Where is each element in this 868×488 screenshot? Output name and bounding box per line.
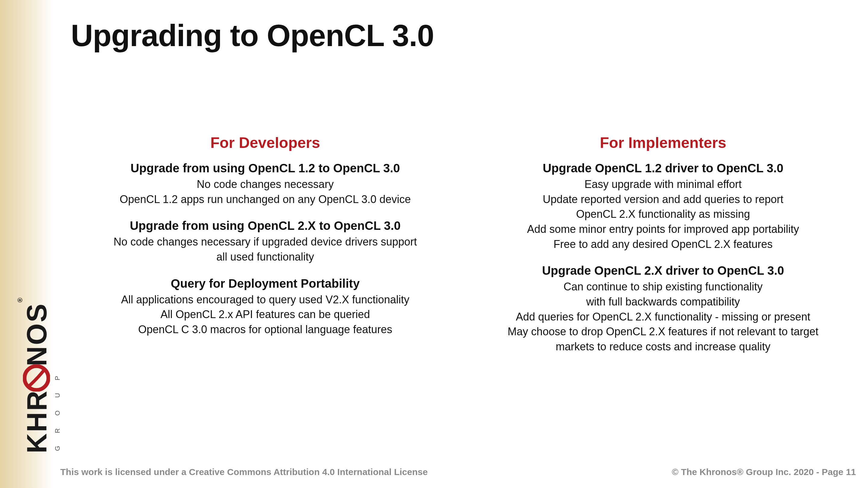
footer: This work is licensed under a Creative C…	[60, 467, 856, 477]
section: Upgrade from using OpenCL 1.2 to OpenCL …	[71, 161, 460, 207]
section-title: Upgrade from using OpenCL 2.X to OpenCL …	[71, 218, 460, 233]
section-title: Upgrade OpenCL 2.X driver to OpenCL 3.0	[469, 263, 858, 278]
logo-text-tail: NOS	[22, 302, 52, 366]
slide-title: Upgrading to OpenCL 3.0	[71, 18, 434, 53]
section-body: All applications encouraged to query use…	[71, 292, 460, 337]
logo-text-o	[21, 366, 53, 390]
heading-implementers: For Implementers	[469, 134, 858, 152]
section: Query for Deployment Portability All app…	[71, 276, 460, 337]
section-body: No code changes necessary if upgraded de…	[71, 234, 460, 264]
section-body: No code changes necessary OpenCL 1.2 app…	[71, 177, 460, 207]
section-title: Query for Deployment Portability	[71, 276, 460, 291]
section-title: Upgrade from using OpenCL 1.2 to OpenCL …	[71, 161, 460, 175]
section: Upgrade OpenCL 1.2 driver to OpenCL 3.0 …	[469, 161, 858, 252]
column-implementers: For Implementers Upgrade OpenCL 1.2 driv…	[469, 134, 858, 366]
section-body: Can continue to ship existing functional…	[469, 279, 858, 354]
content-columns: For Developers Upgrade from using OpenCL…	[71, 134, 858, 366]
footer-copyright: © The Khronos® Group Inc. 2020 - Page 11	[672, 467, 856, 477]
logo-registered: ®	[16, 296, 24, 302]
footer-license: This work is licensed under a Creative C…	[60, 467, 428, 477]
logo-text-head: KHR	[22, 390, 52, 453]
heading-developers: For Developers	[71, 134, 460, 152]
logo-subtitle: G R O U P	[54, 370, 61, 451]
section: Upgrade from using OpenCL 2.X to OpenCL …	[71, 218, 460, 264]
slide-content: Upgrading to OpenCL 3.0 For Developers U…	[53, 0, 868, 488]
section-body: Easy upgrade with minimal effort Update …	[469, 177, 858, 252]
section-title: Upgrade OpenCL 1.2 driver to OpenCL 3.0	[469, 161, 858, 175]
section: Upgrade OpenCL 2.X driver to OpenCL 3.0 …	[469, 263, 858, 354]
column-developers: For Developers Upgrade from using OpenCL…	[71, 134, 460, 366]
